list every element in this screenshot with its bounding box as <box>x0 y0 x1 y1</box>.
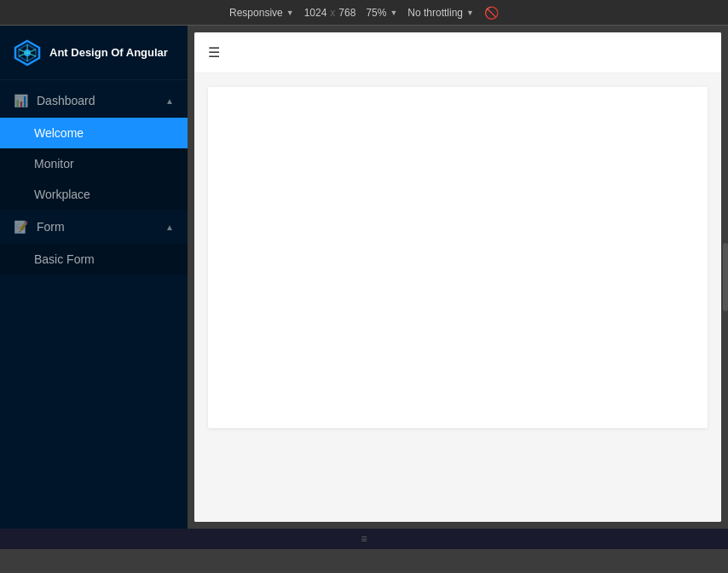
nav-section-form: 📝 Form ▲ Basic Form <box>0 210 188 275</box>
nav-section-header-dashboard[interactable]: 📊 Dashboard ▲ <box>0 84 188 118</box>
status-bar-icon: ≡ <box>361 533 367 545</box>
dashboard-icon: 📊 <box>14 94 28 107</box>
sidebar-item-basic-form[interactable]: Basic Form <box>0 244 188 275</box>
preview-frame: ☰ <box>194 32 721 522</box>
nav-section-header-form[interactable]: 📝 Form ▲ <box>0 210 188 244</box>
monitor-label: Monitor <box>34 157 74 171</box>
basic-form-label: Basic Form <box>34 252 95 266</box>
cache-icon: 🚫 <box>484 6 499 20</box>
sidebar-item-monitor[interactable]: Monitor <box>0 148 188 179</box>
cache-icon-area[interactable]: 🚫 <box>484 6 499 20</box>
dashboard-chevron-icon: ▲ <box>165 96 174 106</box>
responsive-label: Responsive <box>229 7 283 19</box>
status-bar: ≡ <box>0 529 728 549</box>
dashboard-label: Dashboard <box>37 94 95 107</box>
form-label: Form <box>37 220 65 234</box>
dashboard-nav-items: Welcome Monitor Workplace <box>0 118 188 210</box>
throttle-arrow: ▼ <box>466 9 474 17</box>
dimensions-display: 1024 x 768 <box>304 7 356 19</box>
content-card <box>208 87 708 428</box>
zoom-label: 75% <box>366 7 386 19</box>
preview-content <box>194 73 721 522</box>
width-value: 1024 <box>304 7 327 19</box>
sidebar-logo: Ant Design Of Angular <box>0 26 188 80</box>
responsive-selector[interactable]: Responsive ▼ <box>229 7 294 19</box>
zoom-selector[interactable]: 75% ▼ <box>366 7 397 19</box>
welcome-label: Welcome <box>34 126 84 140</box>
zoom-arrow: ▼ <box>390 9 397 17</box>
main-container: Ant Design Of Angular 📊 Dashboard ▲ Welc… <box>0 26 728 529</box>
form-chevron-icon: ▲ <box>165 223 174 232</box>
browser-toolbar: Responsive ▼ 1024 x 768 75% ▼ No throttl… <box>0 0 728 26</box>
dimension-separator: x <box>330 7 335 19</box>
nav-section-dashboard: 📊 Dashboard ▲ Welcome Monitor Workplace <box>0 84 188 210</box>
section-left-form: 📝 Form <box>14 220 65 234</box>
throttle-selector[interactable]: No throttling ▼ <box>407 7 474 19</box>
scrollbar-handle[interactable] <box>723 243 728 311</box>
workplace-label: Workplace <box>34 188 90 201</box>
preview-wrapper: ☰ <box>188 26 728 529</box>
app-logo-icon <box>14 39 41 67</box>
sidebar-item-welcome[interactable]: Welcome <box>0 118 188 148</box>
app-title: Ant Design Of Angular <box>49 46 168 59</box>
sidebar-item-workplace[interactable]: Workplace <box>0 179 188 210</box>
preview-header: ☰ <box>194 32 721 73</box>
sidebar: Ant Design Of Angular 📊 Dashboard ▲ Welc… <box>0 26 188 529</box>
menu-toggle-icon[interactable]: ☰ <box>208 44 220 61</box>
throttle-label: No throttling <box>407 7 463 19</box>
height-value: 768 <box>338 7 355 19</box>
form-nav-items: Basic Form <box>0 244 188 275</box>
section-left-dashboard: 📊 Dashboard <box>14 94 95 107</box>
sidebar-nav: 📊 Dashboard ▲ Welcome Monitor Workplace <box>0 80 188 529</box>
responsive-arrow: ▼ <box>286 9 294 17</box>
form-icon: 📝 <box>14 220 28 234</box>
